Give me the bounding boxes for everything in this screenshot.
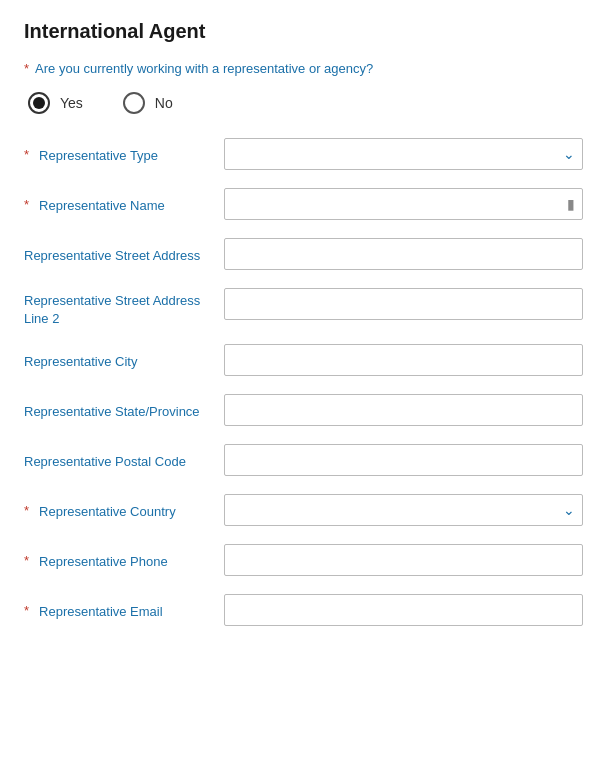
representative-type-select-wrapper: ⌄ bbox=[224, 138, 583, 170]
representative-country-select-wrapper: ⌄ bbox=[224, 494, 583, 526]
input-col-representative-name: ▮ bbox=[224, 188, 583, 220]
field-row-representative-country: * Representative Country ⌄ bbox=[24, 492, 583, 528]
radio-no-label: No bbox=[155, 95, 173, 111]
label-col-representative-phone: * Representative Phone bbox=[24, 549, 224, 571]
field-row-representative-phone: * Representative Phone bbox=[24, 542, 583, 578]
label-representative-state-province: Representative State/Province bbox=[24, 403, 200, 421]
representative-state-province-input[interactable] bbox=[224, 394, 583, 426]
radio-no-circle[interactable] bbox=[123, 92, 145, 114]
representative-name-wrapper: ▮ bbox=[224, 188, 583, 220]
representative-country-select[interactable] bbox=[224, 494, 583, 526]
label-representative-email: Representative Email bbox=[39, 603, 163, 621]
country-required-star: * bbox=[24, 503, 29, 518]
input-col-representative-country: ⌄ bbox=[224, 494, 583, 526]
field-row-representative-postal-code: Representative Postal Code bbox=[24, 442, 583, 478]
form-section: * Representative Type ⌄ * Representative… bbox=[24, 136, 583, 628]
radio-yes-circle[interactable] bbox=[28, 92, 50, 114]
label-col-representative-type: * Representative Type bbox=[24, 143, 224, 165]
label-col-representative-state-province: Representative State/Province bbox=[24, 399, 224, 421]
label-col-representative-city: Representative City bbox=[24, 349, 224, 371]
label-representative-city: Representative City bbox=[24, 353, 137, 371]
representative-phone-input[interactable] bbox=[224, 544, 583, 576]
representative-city-input[interactable] bbox=[224, 344, 583, 376]
representative-street-address-2-input[interactable] bbox=[224, 288, 583, 320]
input-col-representative-email bbox=[224, 594, 583, 626]
question-text: Are you currently working with a represe… bbox=[35, 61, 373, 76]
field-row-representative-street-address-2: Representative Street Address Line 2 bbox=[24, 286, 583, 328]
field-row-representative-state-province: Representative State/Province bbox=[24, 392, 583, 428]
name-required-star: * bbox=[24, 197, 29, 212]
input-col-representative-street-address bbox=[224, 238, 583, 270]
field-row-representative-type: * Representative Type ⌄ bbox=[24, 136, 583, 172]
input-col-representative-state-province bbox=[224, 394, 583, 426]
representative-name-input[interactable] bbox=[224, 188, 583, 220]
input-col-representative-postal-code bbox=[224, 444, 583, 476]
page-title: International Agent bbox=[24, 20, 583, 43]
type-required-star: * bbox=[24, 147, 29, 162]
label-representative-street-address: Representative Street Address bbox=[24, 247, 200, 265]
field-row-representative-name: * Representative Name ▮ bbox=[24, 186, 583, 222]
radio-yes-label: Yes bbox=[60, 95, 83, 111]
question-required-star: * bbox=[24, 61, 29, 76]
label-representative-country: Representative Country bbox=[39, 503, 176, 521]
representative-street-address-input[interactable] bbox=[224, 238, 583, 270]
representative-postal-code-input[interactable] bbox=[224, 444, 583, 476]
label-col-representative-email: * Representative Email bbox=[24, 599, 224, 621]
label-col-representative-street-address-2: Representative Street Address Line 2 bbox=[24, 288, 224, 328]
input-col-representative-phone bbox=[224, 544, 583, 576]
email-required-star: * bbox=[24, 603, 29, 618]
representative-type-select[interactable] bbox=[224, 138, 583, 170]
label-col-representative-name: * Representative Name bbox=[24, 193, 224, 215]
radio-no[interactable]: No bbox=[123, 92, 173, 114]
label-representative-name: Representative Name bbox=[39, 197, 165, 215]
field-row-representative-street-address: Representative Street Address bbox=[24, 236, 583, 272]
representative-question-row: * Are you currently working with a repre… bbox=[24, 61, 583, 76]
label-representative-postal-code: Representative Postal Code bbox=[24, 453, 186, 471]
representative-email-input[interactable] bbox=[224, 594, 583, 626]
radio-yes[interactable]: Yes bbox=[28, 92, 83, 114]
input-col-representative-type: ⌄ bbox=[224, 138, 583, 170]
label-col-representative-postal-code: Representative Postal Code bbox=[24, 449, 224, 471]
input-col-representative-street-address-2 bbox=[224, 288, 583, 320]
radio-group: Yes No bbox=[24, 92, 583, 114]
label-representative-type: Representative Type bbox=[39, 147, 158, 165]
label-representative-phone: Representative Phone bbox=[39, 553, 168, 571]
phone-required-star: * bbox=[24, 553, 29, 568]
field-row-representative-email: * Representative Email bbox=[24, 592, 583, 628]
label-representative-street-address-2: Representative Street Address Line 2 bbox=[24, 292, 224, 328]
label-col-representative-street-address: Representative Street Address bbox=[24, 243, 224, 265]
field-row-representative-city: Representative City bbox=[24, 342, 583, 378]
input-col-representative-city bbox=[224, 344, 583, 376]
label-col-representative-country: * Representative Country bbox=[24, 499, 224, 521]
